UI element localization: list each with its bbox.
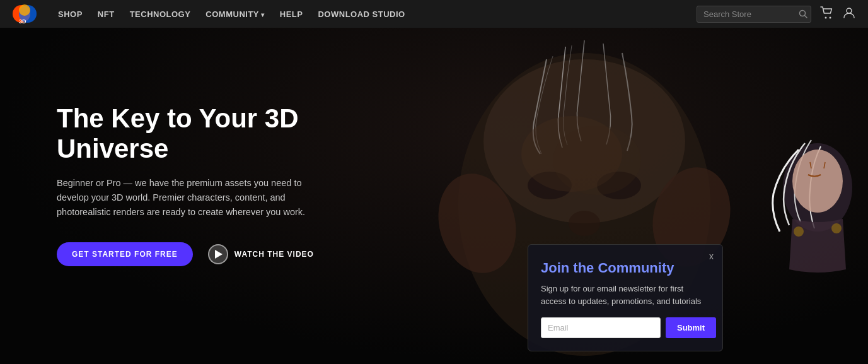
nav-nft[interactable]: NFT	[98, 9, 115, 19]
search-box	[697, 6, 811, 23]
nav-download-studio[interactable]: DOWNLOAD STUDIO	[318, 9, 405, 19]
play-triangle	[215, 250, 223, 259]
svg-text:3D: 3D	[19, 18, 26, 25]
popup-form: Submit	[541, 317, 710, 338]
nav-community[interactable]: COMMUNITY	[205, 9, 264, 19]
community-popup: x Join the Community Sign up for our ema…	[528, 244, 723, 351]
svg-point-2	[19, 4, 30, 16]
right-character-art	[729, 112, 868, 364]
svg-point-8	[847, 8, 852, 13]
popup-close-button[interactable]: x	[709, 251, 714, 261]
svg-line-5	[805, 16, 807, 18]
hero-content: The Key to Your 3D Universe Beginner or …	[57, 103, 359, 266]
svg-point-24	[794, 226, 804, 237]
navbar-right	[697, 6, 855, 23]
popup-description: Sign up for our email newsletter for fir…	[541, 283, 710, 307]
svg-point-7	[830, 16, 831, 18]
nav-links: SHOP NFT TECHNOLOGY COMMUNITY HELP DOWNL…	[58, 9, 681, 19]
user-account-icon[interactable]	[843, 6, 855, 22]
navbar: 3D SHOP NFT TECHNOLOGY COMMUNITY HELP DO…	[0, 0, 868, 28]
svg-point-16	[569, 211, 600, 236]
svg-point-18	[553, 126, 641, 195]
popup-title: Join the Community	[541, 260, 710, 276]
svg-point-6	[825, 16, 827, 18]
hero-title: The Key to Your 3D Universe	[57, 103, 359, 165]
play-icon	[208, 244, 228, 264]
nav-shop[interactable]: SHOP	[58, 9, 83, 19]
search-input[interactable]	[697, 6, 811, 23]
hero-section: The Key to Your 3D Universe Beginner or …	[0, 28, 868, 364]
watch-video-button[interactable]: WATCH THE VIDEO	[208, 244, 314, 264]
hero-subtitle: Beginner or Pro — we have the premium as…	[57, 176, 334, 220]
nav-technology[interactable]: TECHNOLOGY	[130, 9, 191, 19]
email-input[interactable]	[541, 317, 661, 338]
svg-point-21	[792, 150, 843, 213]
search-button[interactable]	[799, 9, 807, 18]
get-started-button[interactable]: GET STARTED FOR FREE	[57, 242, 193, 266]
watch-video-label: WATCH THE VIDEO	[234, 250, 314, 259]
hero-buttons: GET STARTED FOR FREE WATCH THE VIDEO	[57, 242, 359, 266]
submit-button[interactable]: Submit	[666, 317, 716, 338]
nav-help[interactable]: HELP	[280, 9, 303, 19]
daz-logo-icon: 3D	[13, 3, 37, 25]
cart-icon[interactable]	[820, 6, 834, 22]
logo[interactable]: 3D	[13, 3, 37, 25]
search-icon	[799, 9, 807, 18]
svg-point-25	[831, 223, 842, 233]
